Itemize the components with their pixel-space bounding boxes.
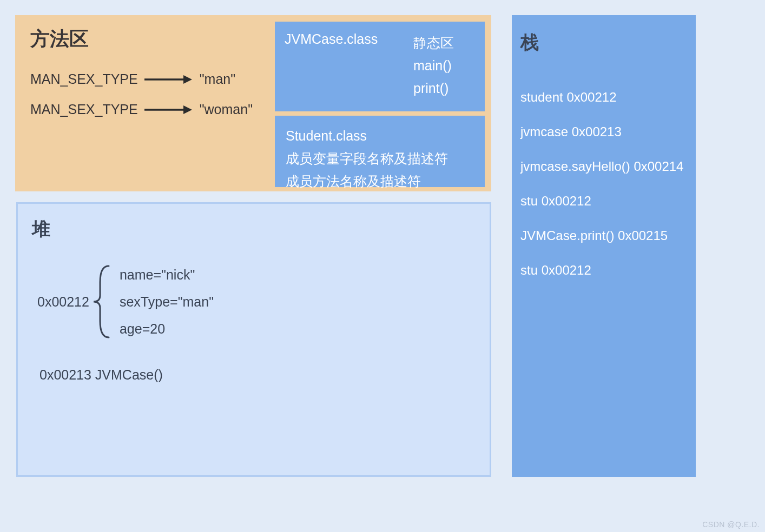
stack-item: JVMCase.print() 0x00215 xyxy=(520,218,683,253)
constant-row: MAN_SEX_TYPE "woman" xyxy=(30,102,253,117)
constant-key: MAN_SEX_TYPE xyxy=(30,102,138,117)
stack-item: jvmcase.sayHello() 0x00214 xyxy=(520,149,683,184)
stack-panel: 栈 student 0x00212 jvmcase 0x00213 jvmcas… xyxy=(512,15,696,477)
heap-panel: 堆 0x00212 name="nick" sexType="man" age=… xyxy=(16,202,491,477)
stack-item: stu 0x00212 xyxy=(520,253,683,288)
constant-key: MAN_SEX_TYPE xyxy=(30,71,138,87)
jvmcase-class-name: JVMCase.class xyxy=(285,31,378,47)
heap-object-field: name="nick" xyxy=(120,261,214,288)
arrow-icon xyxy=(143,103,192,116)
jvmcase-method: main() xyxy=(413,54,454,77)
student-class-name: Student.class xyxy=(286,124,474,147)
watermark: CSDN @Q.E.D. xyxy=(702,520,760,529)
stack-item: jvmcase 0x00213 xyxy=(520,115,683,149)
method-area-title: 方法区 xyxy=(30,26,89,52)
heap-object-field: sexType="man" xyxy=(120,288,214,315)
method-area-panel: 方法区 MAN_SEX_TYPE "man" MAN_SEX_TYPE "wom… xyxy=(15,15,491,191)
constant-row: MAN_SEX_TYPE "man" xyxy=(30,71,235,87)
heap-object-row: 0x00212 name="nick" sexType="man" age=20 xyxy=(37,261,214,342)
jvmcase-method: print() xyxy=(413,77,454,99)
constant-value: "woman" xyxy=(200,102,253,117)
heap-object-address: 0x00212 xyxy=(37,294,89,310)
student-note: 成员变量字段名称及描述符 xyxy=(286,147,474,170)
jvmcase-class-box: JVMCase.class 静态区 main() print() xyxy=(275,22,485,111)
svg-marker-1 xyxy=(183,75,192,84)
static-area-label: 静态区 xyxy=(413,31,454,54)
student-note: 成员方法名称及描述符 xyxy=(286,170,474,192)
svg-marker-3 xyxy=(183,105,192,114)
stack-title: 栈 xyxy=(520,30,539,55)
heap-object-field: age=20 xyxy=(120,315,214,342)
arrow-icon xyxy=(143,73,192,86)
constant-value: "man" xyxy=(200,71,235,87)
stack-item: stu 0x00212 xyxy=(520,184,683,218)
heap-object-line: 0x00213 JVMCase() xyxy=(39,367,163,383)
brace-icon xyxy=(93,264,112,340)
heap-title: 堆 xyxy=(32,217,50,242)
stack-item: student 0x00212 xyxy=(520,80,683,115)
student-class-box: Student.class 成员变量字段名称及描述符 成员方法名称及描述符 xyxy=(275,116,485,187)
